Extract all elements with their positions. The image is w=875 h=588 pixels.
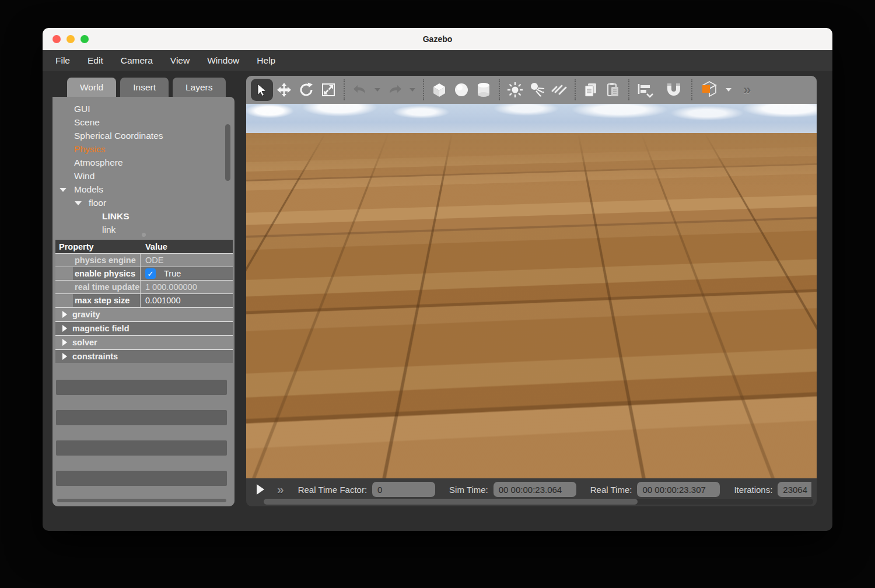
sidebar-tabs: World Insert Layers bbox=[67, 78, 226, 97]
translate-icon bbox=[276, 82, 292, 98]
viewport-horizontal-scrollbar[interactable] bbox=[264, 499, 813, 505]
rotate-icon bbox=[298, 82, 314, 98]
tree-item-spherical-coordinates[interactable]: Spherical Coordinates bbox=[52, 129, 235, 142]
iterations-label: Iterations: bbox=[734, 485, 772, 495]
tree-scrollbar-thumb[interactable] bbox=[225, 124, 230, 181]
expander-down-icon[interactable] bbox=[60, 188, 66, 192]
real-time-factor-field[interactable]: 0 bbox=[372, 482, 435, 497]
toolbar-separator bbox=[628, 79, 629, 100]
group-row-solver[interactable]: solver bbox=[55, 335, 233, 349]
undo-history-caret-icon[interactable] bbox=[374, 88, 380, 92]
row-gutter bbox=[55, 254, 73, 267]
scale-tool-button[interactable] bbox=[317, 79, 340, 101]
row-gutter bbox=[55, 294, 73, 307]
real-time-label: Real Time: bbox=[590, 485, 632, 495]
drone-body bbox=[513, 262, 542, 284]
redo-button[interactable] bbox=[384, 79, 406, 101]
real-time-field[interactable]: 00 00:00:23.307 bbox=[637, 482, 720, 497]
property-table: Property Value physics engine ODE enable… bbox=[55, 240, 233, 363]
rotate-tool-button[interactable] bbox=[295, 79, 317, 101]
tab-insert[interactable]: Insert bbox=[120, 78, 169, 97]
copy-button[interactable] bbox=[580, 79, 602, 101]
sim-time-label: Sim Time: bbox=[449, 485, 488, 495]
menu-file[interactable]: File bbox=[55, 55, 70, 66]
expander-right-icon[interactable] bbox=[62, 311, 67, 318]
directional-light-button[interactable] bbox=[548, 79, 570, 101]
drone-body-panel bbox=[518, 274, 538, 281]
tree-item-models[interactable]: Models bbox=[52, 183, 235, 196]
tree-item-links[interactable]: LINKS bbox=[52, 209, 235, 223]
iterations-field[interactable]: 23064 bbox=[778, 482, 811, 497]
insert-cylinder-button[interactable] bbox=[473, 79, 495, 101]
floor-x-marker bbox=[475, 398, 574, 451]
group-label: magnetic field bbox=[72, 324, 130, 333]
table-row-real-time-update: real time update… 1 000.000000 bbox=[55, 280, 233, 293]
scale-icon bbox=[320, 82, 337, 98]
empty-row bbox=[56, 471, 227, 486]
property-value[interactable]: 0.001000 bbox=[141, 294, 233, 307]
enable-physics-checkbox[interactable]: ✓ bbox=[145, 268, 156, 279]
paste-icon bbox=[604, 81, 622, 99]
menu-edit[interactable]: Edit bbox=[88, 55, 103, 66]
empty-row bbox=[56, 380, 227, 395]
point-light-button[interactable] bbox=[504, 79, 526, 101]
group-row-constraints[interactable]: constraints bbox=[55, 349, 233, 363]
quadcopter-model[interactable] bbox=[473, 247, 583, 304]
select-tool-button[interactable] bbox=[251, 79, 273, 101]
play-button[interactable] bbox=[257, 484, 264, 495]
tab-layers[interactable]: Layers bbox=[173, 78, 226, 97]
gazebo-window: Gazebo File Edit Camera View Window Help… bbox=[43, 28, 832, 531]
panel-horizontal-scrollbar[interactable] bbox=[57, 499, 226, 502]
splitter-handle[interactable] bbox=[142, 233, 146, 237]
menu-camera[interactable]: Camera bbox=[121, 55, 153, 66]
tree-item-wind[interactable]: Wind bbox=[52, 169, 235, 183]
group-row-magnetic-field[interactable]: magnetic field bbox=[55, 321, 233, 335]
3d-scene[interactable] bbox=[246, 104, 817, 478]
directional-light-icon bbox=[551, 81, 568, 99]
expander-down-icon[interactable] bbox=[75, 201, 82, 205]
view-angle-button[interactable] bbox=[696, 79, 722, 101]
toolbar-separator bbox=[575, 79, 576, 100]
table-row-physics-engine: physics engine ODE bbox=[55, 253, 233, 267]
expander-right-icon[interactable] bbox=[62, 325, 67, 332]
tree-item-gui[interactable]: GUI bbox=[52, 102, 235, 116]
sphere-icon bbox=[453, 81, 470, 99]
tree-item-physics[interactable]: Physics bbox=[52, 142, 235, 156]
titlebar: Gazebo bbox=[43, 28, 832, 50]
tree-item-atmosphere[interactable]: Atmosphere bbox=[52, 156, 235, 169]
menu-view[interactable]: View bbox=[170, 55, 190, 66]
scrollbar-thumb[interactable] bbox=[264, 499, 638, 505]
tree-item-scene[interactable]: Scene bbox=[52, 116, 235, 129]
translate-tool-button[interactable] bbox=[273, 79, 295, 101]
property-table-header: Property Value bbox=[55, 240, 233, 253]
value-column-header: Value bbox=[141, 242, 167, 251]
insert-box-button[interactable] bbox=[428, 79, 450, 101]
tree-item-floor[interactable]: floor bbox=[52, 196, 235, 209]
property-value[interactable]: ODE bbox=[141, 254, 233, 267]
group-row-gravity[interactable]: gravity bbox=[55, 307, 233, 321]
menu-help[interactable]: Help bbox=[257, 55, 275, 66]
sim-time-field[interactable]: 00 00:00:23.064 bbox=[494, 482, 576, 497]
expander-right-icon[interactable] bbox=[62, 339, 67, 346]
spot-light-button[interactable] bbox=[526, 79, 548, 101]
empty-row bbox=[56, 440, 227, 456]
group-label: solver bbox=[72, 338, 97, 347]
paste-button[interactable] bbox=[602, 79, 624, 101]
snap-button[interactable] bbox=[660, 79, 687, 101]
property-value[interactable]: 1 000.000000 bbox=[141, 281, 233, 293]
toolbar-overflow-button[interactable]: » bbox=[743, 82, 751, 98]
insert-sphere-button[interactable] bbox=[450, 79, 473, 101]
spot-light-icon bbox=[528, 81, 546, 99]
copy-icon bbox=[582, 81, 600, 99]
align-button[interactable] bbox=[634, 79, 660, 101]
toolbar-separator bbox=[423, 79, 424, 100]
menu-window[interactable]: Window bbox=[207, 55, 239, 66]
property-name: enable physics bbox=[73, 267, 141, 280]
redo-history-caret-icon[interactable] bbox=[410, 88, 415, 92]
expander-right-icon[interactable] bbox=[62, 353, 67, 360]
tab-world[interactable]: World bbox=[67, 78, 116, 97]
view-angle-caret-icon[interactable] bbox=[726, 88, 732, 92]
step-button[interactable]: » bbox=[277, 484, 284, 495]
property-name: physics engine bbox=[73, 254, 141, 267]
undo-button[interactable] bbox=[349, 79, 371, 101]
